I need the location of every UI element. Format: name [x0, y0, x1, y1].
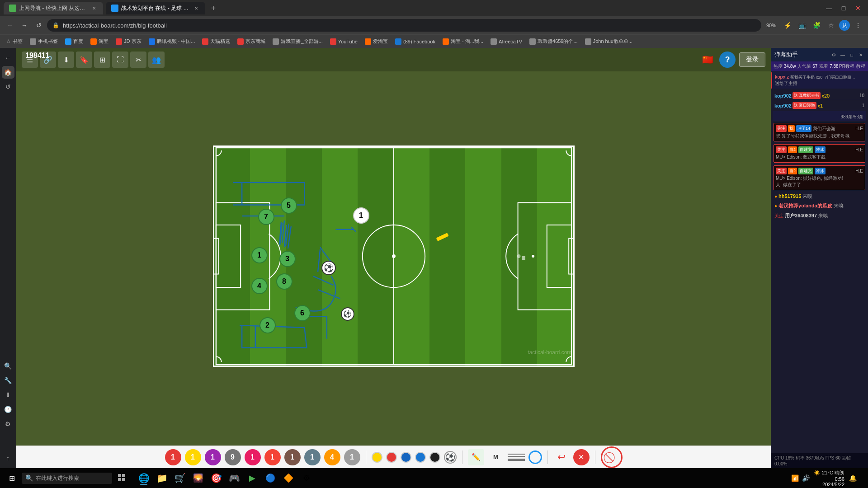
ball-1[interactable]: ⚽ [321, 261, 336, 275]
num-btn-1-lgray[interactable]: 1 [344, 449, 360, 465]
taskbar-app-5[interactable]: 🎮 [226, 470, 242, 486]
bookmark-mobile[interactable]: 手机书签 [27, 37, 61, 46]
sidebar-up[interactable]: ↑ [2, 452, 14, 465]
sidebar-home[interactable]: 🏠 [2, 66, 14, 79]
bookmark-john[interactable]: John huu散单单... [582, 37, 635, 46]
line-thin[interactable] [508, 454, 525, 455]
extensions-icon[interactable]: 🧩 [810, 19, 823, 32]
player-5[interactable]: 5 [281, 197, 297, 214]
tab-1[interactable]: 上网导航 - 经快上网 从这里开始 ✕ [4, 2, 103, 14]
tab-2-close[interactable]: ✕ [193, 5, 200, 12]
taskbar-store[interactable]: 🛒 [172, 470, 188, 486]
bookmark-jdshop[interactable]: 京东商城 [235, 37, 268, 46]
notification-bell[interactable]: 🔔 [848, 474, 857, 483]
clear-button[interactable]: ✕ [573, 449, 590, 465]
new-tab-button[interactable]: + [207, 2, 220, 14]
reload-button[interactable]: ↺ [33, 19, 45, 32]
back-button[interactable]: ← [4, 19, 16, 32]
show-desktop[interactable] [861, 468, 864, 488]
bookmark-bookmark[interactable]: ☆ 书签 [4, 37, 25, 46]
tab-2[interactable]: 战术策划平台 在线 - 足球 - t... ✕ [106, 2, 205, 14]
taskbar-game[interactable]: 🎯 [208, 470, 224, 486]
num-btn-1-brown[interactable]: 1 [284, 449, 301, 465]
taskbar-photos[interactable]: 🌄 [190, 470, 206, 486]
team-button[interactable]: 👥 [148, 52, 165, 68]
download-button[interactable]: ⬇ [58, 52, 74, 68]
tab-1-close[interactable]: ✕ [90, 5, 98, 12]
bookmark-facebook[interactable]: (89) Facebook [392, 38, 438, 46]
taskbar-app-9[interactable]: ⚙ [298, 470, 315, 486]
player-2[interactable]: 2 [259, 317, 276, 333]
sidebar-back[interactable]: ← [2, 52, 14, 64]
num-btn-9-gray[interactable]: 9 [225, 449, 241, 465]
color-blue[interactable] [415, 452, 426, 463]
bookmark-games[interactable]: 游戏直播_全部游... [270, 37, 325, 46]
cast-icon[interactable]: 📺 [796, 19, 808, 32]
taskbar-edge[interactable]: 🌐 [136, 470, 152, 486]
color-black[interactable] [429, 452, 440, 463]
taskbar-search[interactable]: 🔍 在此键入进行搜索 [22, 473, 112, 484]
player-8[interactable]: 8 [276, 273, 292, 290]
num-btn-1-purple[interactable]: 1 [205, 449, 221, 465]
help-button[interactable]: ? [719, 52, 736, 68]
panel-maximize[interactable]: □ [848, 51, 855, 58]
taskbar-app-7[interactable]: 🔵 [262, 470, 278, 486]
bookmark-baidu[interactable]: 百度 [62, 37, 86, 46]
color-red[interactable] [386, 452, 397, 463]
flag-china[interactable]: 🇨🇳 [699, 52, 716, 68]
line-medium[interactable] [508, 456, 525, 457]
menu-dots[interactable]: ⋮ [852, 19, 864, 32]
bookmark-tencent[interactable]: 腾讯视频 - 中国... [146, 37, 198, 46]
marker-tool[interactable]: M [488, 449, 504, 465]
player-6[interactable]: 6 [294, 305, 311, 321]
football-field[interactable]: tactical-board.com [213, 145, 575, 367]
sidebar-download[interactable]: ⬇ [2, 389, 14, 401]
sidebar-settings[interactable]: ⚙ [2, 418, 14, 430]
num-btn-1-blue[interactable]: 1 [304, 449, 321, 465]
num-btn-1-pink[interactable]: 1 [245, 449, 261, 465]
panel-close[interactable]: ✕ [857, 51, 864, 58]
line-thick[interactable] [508, 459, 525, 461]
bookmark-taobao[interactable]: 淘宝 [88, 37, 111, 46]
player-3[interactable]: 3 [279, 251, 296, 267]
ball-selector[interactable]: ⚽ [444, 451, 457, 464]
grid-button[interactable]: ⊞ [94, 52, 110, 68]
taskbar-app-8[interactable]: 🔶 [280, 470, 297, 486]
sidebar-search[interactable]: 🔍 [2, 360, 14, 372]
close-btn[interactable]: ✕ [852, 2, 864, 14]
circle-tool[interactable] [528, 450, 542, 464]
player-4[interactable]: 4 [251, 278, 268, 294]
pen-tool[interactable]: ✏️ [468, 449, 484, 465]
systray-network[interactable]: 📶 [790, 474, 799, 483]
zoom-indicator[interactable]: 90% [763, 19, 779, 32]
taskbar-explorer[interactable]: 📁 [154, 470, 170, 486]
panel-minimize[interactable]: — [839, 51, 846, 58]
bookmark-youtube[interactable]: YouTube [327, 38, 360, 46]
minimize-btn[interactable]: — [823, 2, 835, 14]
player-7[interactable]: 7 [258, 209, 274, 225]
bookmark-button[interactable]: 🔖 [76, 52, 92, 68]
systray-speaker[interactable]: 🔊 [801, 474, 810, 483]
panel-settings[interactable]: ⚙ [830, 51, 837, 58]
bookmark-aitaobao[interactable]: 爱淘宝 [362, 37, 391, 46]
star-icon[interactable]: ☆ [825, 19, 837, 32]
sidebar-history[interactable]: 🕐 [2, 403, 14, 416]
color-yellow[interactable] [372, 452, 382, 463]
undo-button[interactable]: ↩ [553, 449, 570, 465]
player-1[interactable]: 1 [251, 247, 268, 263]
scissors-button[interactable]: ✂ [130, 52, 146, 68]
task-view-button[interactable] [114, 470, 130, 486]
login-button[interactable]: 登录 [739, 52, 765, 67]
player-white-1[interactable]: 1 [353, 207, 369, 224]
bookmark-tianmao[interactable]: 天猫精选 [199, 37, 233, 46]
bookmark-afreeca[interactable]: AfreecaTV [488, 38, 525, 46]
sidebar-reload[interactable]: ↺ [2, 80, 14, 93]
taskbar-app-6[interactable]: ▶ [244, 470, 260, 486]
num-btn-4-orange[interactable]: 4 [324, 449, 340, 465]
num-btn-1-red[interactable]: 1 [165, 449, 181, 465]
bookmark-taobao2[interactable]: 淘宝 - 淘...我... [440, 37, 486, 46]
forward-button[interactable]: → [18, 19, 31, 32]
num-btn-1-yellow[interactable]: 1 [185, 449, 201, 465]
profile-icon[interactable]: 从 [839, 20, 850, 31]
lightning-icon[interactable]: ⚡ [781, 19, 794, 32]
